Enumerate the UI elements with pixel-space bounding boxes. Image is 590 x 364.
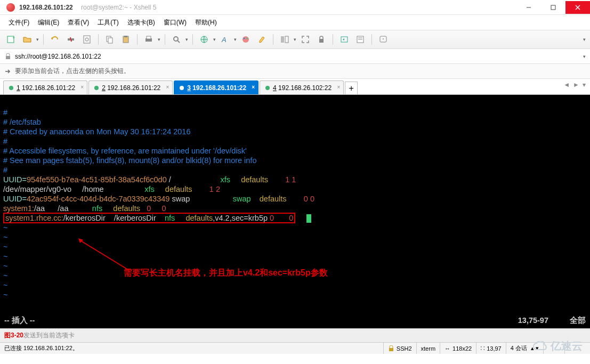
open-session-icon[interactable] (20, 33, 34, 46)
sessions-panel-icon[interactable] (278, 33, 292, 46)
svg-line-18 (177, 41, 180, 43)
lock-icon (388, 345, 394, 352)
tab-close-icon[interactable]: × (80, 84, 84, 90)
session-hint-bar: 要添加当前会话，点击左侧的箭头按钮。 (0, 64, 590, 79)
disconnect-icon[interactable] (64, 33, 78, 46)
dropdown-icon[interactable]: ▾ (185, 37, 188, 42)
terminal[interactable]: ## /etc/fstab# Created by anaconda on Mo… (0, 95, 590, 328)
find-icon[interactable] (169, 33, 183, 46)
annotation: 需要写长主机名挂载，并且加上v4.2和sec=krb5p参数 (124, 268, 328, 279)
cloud-icon (532, 341, 548, 352)
window-title: 192.168.26.101:22 root@system2:~ - Xshel… (19, 4, 516, 11)
menu-tabs[interactable]: 选项卡(B) (123, 16, 159, 29)
dropdown-icon[interactable]: ▾ (234, 37, 237, 42)
tab-nav: ◄ ► ▾ (563, 81, 586, 88)
watermark-text: 亿速云 (551, 339, 583, 353)
vim-status-line: -- 插入 -- 13,75-97全部 (4, 316, 586, 325)
titlebar: 192.168.26.101:22 root@system2:~ - Xshel… (0, 0, 590, 15)
svg-point-21 (243, 36, 249, 43)
status-connection: 已连接 192.168.26.101:22。 (4, 344, 383, 352)
dropdown-icon[interactable]: ▾ (36, 37, 39, 42)
address-text[interactable]: ssh://root@192.168.26.101:22 (15, 53, 101, 60)
menu-file[interactable]: 文件(F) (4, 16, 34, 29)
font-icon[interactable]: A (218, 33, 232, 46)
encoding-icon[interactable] (197, 33, 211, 46)
status-term: xterm (416, 343, 440, 354)
tab-accel: 2 (102, 84, 106, 92)
vim-scroll: 全部 (570, 316, 586, 325)
svg-rect-25 (285, 36, 288, 43)
highlight-icon[interactable] (255, 33, 269, 46)
separator (333, 34, 333, 45)
tab-accel: 4 (273, 84, 277, 92)
menu-edit[interactable]: 编辑(E) (34, 16, 63, 29)
tab-close-icon[interactable]: × (166, 84, 169, 90)
tab-close-icon[interactable]: × (337, 84, 340, 90)
menu-tools[interactable]: 工具(T) (93, 16, 123, 29)
svg-rect-26 (319, 39, 324, 43)
color-scheme-icon[interactable] (239, 33, 253, 46)
add-session-arrow-icon[interactable] (4, 68, 12, 75)
new-tab-button[interactable]: + (345, 82, 358, 94)
tab-nav-menu-icon[interactable]: ▾ (583, 81, 586, 88)
status-dot-icon (180, 86, 184, 90)
svg-point-23 (247, 38, 248, 39)
help-icon[interactable] (376, 33, 390, 46)
svg-rect-7 (71, 38, 74, 41)
tab-1[interactable]: 1 192.168.26.101:22× (3, 80, 87, 94)
vim-mode: -- 插入 -- (4, 316, 35, 325)
svg-rect-24 (281, 36, 284, 43)
xftp-icon[interactable] (337, 33, 351, 46)
tab-3[interactable]: 3 192.168.26.101:22× (174, 80, 258, 94)
compose-hint: 发送到当前选项卡 (23, 331, 75, 340)
svg-rect-12 (108, 38, 112, 43)
svg-line-34 (81, 241, 126, 269)
tab-2[interactable]: 2 192.168.26.101:22× (88, 80, 173, 94)
address-overflow-icon[interactable]: ▾ (583, 54, 586, 59)
figure-label: 图3-20 (4, 331, 23, 340)
close-button[interactable] (565, 1, 590, 14)
svg-rect-33 (6, 56, 10, 59)
dropdown-icon[interactable]: ▾ (294, 37, 296, 42)
annotation-text: 需要写长主机名挂载，并且加上v4.2和sec=krb5p参数 (124, 268, 328, 277)
status-dot-icon (9, 86, 13, 90)
menu-view[interactable]: 查看(V) (63, 16, 93, 29)
tab-nav-left-icon[interactable]: ◄ (563, 81, 570, 88)
menu-window[interactable]: 窗口(W) (159, 16, 191, 29)
toolbar: + ▾ ▾ ▾ ▾ A ▾ ▾ ▾ (0, 30, 590, 49)
svg-point-10 (85, 38, 88, 41)
properties-icon[interactable] (80, 33, 94, 46)
svg-line-8 (70, 37, 71, 42)
tab-4[interactable]: 4 192.168.26.102:22× (260, 80, 344, 94)
dropdown-icon[interactable]: ▾ (213, 37, 216, 42)
menu-help[interactable]: 帮助(H) (191, 16, 221, 29)
session-hint-text: 要添加当前会话，点击左侧的箭头按钮。 (15, 67, 130, 76)
copy-icon[interactable] (103, 33, 117, 46)
menubar: 文件(F) 编辑(E) 查看(V) 工具(T) 选项卡(B) 窗口(W) 帮助(… (0, 15, 590, 30)
tab-nav-right-icon[interactable]: ► (573, 81, 579, 88)
fullscreen-icon[interactable] (298, 33, 312, 46)
new-session-icon[interactable]: + (4, 33, 18, 46)
svg-point-17 (174, 37, 178, 41)
maximize-button[interactable] (541, 1, 565, 14)
separator (165, 34, 165, 45)
status-dot-icon (265, 86, 270, 90)
app-icon (6, 3, 15, 12)
lock-icon[interactable] (314, 33, 328, 46)
dropdown-icon[interactable]: ▾ (158, 37, 160, 42)
script-icon[interactable] (353, 33, 367, 46)
tab-close-icon[interactable]: × (252, 84, 255, 90)
compose-bar[interactable]: 图3-20 发送到当前选项卡 (0, 328, 590, 342)
tab-accel: 3 (187, 84, 191, 92)
separator (137, 34, 138, 45)
vim-cursor-pos: 13,75-97 (518, 316, 548, 325)
status-ssh: SSH2 (383, 343, 416, 354)
svg-rect-9 (84, 36, 90, 43)
toolbar-overflow-icon[interactable]: ▾ (583, 37, 586, 42)
watermark: 亿速云 (532, 339, 583, 353)
reconnect-icon[interactable] (48, 33, 62, 46)
print-icon[interactable] (142, 33, 156, 46)
minimize-button[interactable] (516, 1, 541, 14)
paste-icon[interactable] (119, 33, 133, 46)
svg-text:A: A (221, 36, 227, 44)
